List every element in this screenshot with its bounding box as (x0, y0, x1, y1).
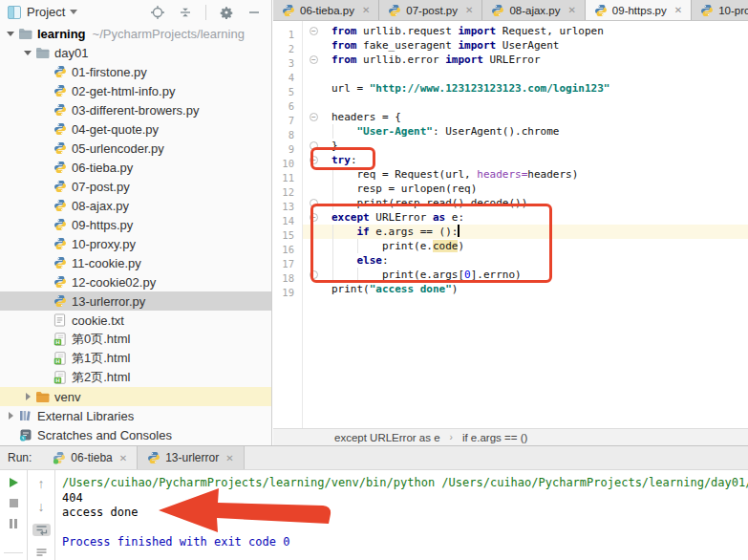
tree-item-label: External Libraries (37, 409, 134, 423)
soft-wrap-icon[interactable] (32, 524, 51, 536)
python-icon (52, 237, 68, 250)
tree-item-day01[interactable]: day01 (0, 43, 271, 62)
chevron-right-icon[interactable] (21, 393, 34, 400)
tree-item-label: 03-different-browers.py (72, 103, 199, 118)
tree-item-09-https.py[interactable]: 09-https.py (0, 215, 271, 234)
annotation-box-2 (310, 204, 552, 283)
editor-tab-06-tieba.py[interactable]: 06-tieba.py✕ (273, 0, 379, 20)
python-icon (52, 84, 68, 97)
chevron-down-icon[interactable] (21, 51, 34, 55)
tree-item-04-get-quote.py[interactable]: 04-get-quote.py (0, 119, 271, 139)
run-panel-header: Run: 06-tieba✕13-urlerror✕ (0, 446, 748, 470)
editor-tab-10-pro[interactable]: 10-pro✕ (692, 0, 748, 20)
tree-item-07-post.py[interactable]: 07-post.py (0, 177, 271, 196)
breadcrumb-item[interactable]: if e.args == () (462, 432, 527, 443)
close-tab-icon[interactable]: ✕ (674, 6, 682, 15)
rerun-button[interactable] (10, 478, 18, 487)
python-file-icon (282, 4, 295, 17)
close-tab-icon[interactable]: ✕ (225, 453, 233, 463)
editor-tab-label: 06-tieba.py (300, 5, 354, 16)
close-tab-icon[interactable]: ✕ (465, 6, 473, 15)
editor-tab-label: 09-https.py (612, 5, 667, 16)
code-line-19: 19print("access done") (273, 282, 748, 296)
tree-item-label: venv (54, 390, 80, 404)
tree-item-12-cookie02.py[interactable]: 12-cookie02.py (0, 272, 271, 291)
code-line-12: 12 resp = urlopen(req) (273, 182, 748, 196)
editor-tab-07-post.py[interactable]: 07-post.py✕ (379, 0, 482, 20)
project-panel-title[interactable]: Project (27, 5, 65, 19)
tree-item-13-urlerror.py[interactable]: 13-urlerror.py (0, 291, 271, 311)
close-tab-icon[interactable]: ✕ (567, 6, 575, 15)
tree-item-venv[interactable]: venv (0, 387, 271, 406)
python-icon (52, 199, 68, 212)
run-tool-window: Run: 06-tieba✕13-urlerror✕ ↑ ↓ (0, 445, 748, 560)
python-icon (147, 451, 160, 464)
chevron-down-icon[interactable] (4, 32, 17, 36)
tree-item--1-.html[interactable]: H第1页.html (0, 349, 271, 368)
stop-button[interactable] (10, 499, 18, 507)
close-tab-icon[interactable]: ✕ (362, 6, 370, 15)
tree-item-10-proxy.py[interactable]: 10-proxy.py (0, 234, 271, 253)
editor-tab-09-https.py[interactable]: 09-https.py✕ (586, 0, 692, 20)
code-line-6: 6 (273, 96, 748, 110)
folder-icon (17, 28, 33, 40)
run-tab-06-tieba[interactable]: 06-tieba✕ (43, 446, 137, 469)
console-line: Process finished with exit code 0 (62, 535, 748, 550)
text-icon (52, 313, 68, 327)
collapse-all-icon[interactable] (178, 5, 193, 20)
html-icon: H (52, 371, 68, 384)
run-console-output[interactable]: /Users/cuihao/PycharmProjects/learning/v… (55, 470, 748, 560)
down-stack-trace-icon[interactable]: ↓ (38, 501, 45, 512)
fold-marker[interactable]: − (310, 27, 318, 35)
code-line-3: 3−from urllib.error import URLError (273, 53, 748, 67)
hide-panel-icon[interactable] (246, 5, 262, 20)
breadcrumb-item[interactable]: except URLError as e (334, 432, 440, 443)
console-line: 404 (62, 491, 748, 506)
tree-item-label: 13-urlerror.py (72, 294, 145, 309)
editor-tab-08-ajax.py[interactable]: 08-ajax.py✕ (482, 0, 585, 20)
tree-item-External-Libraries[interactable]: External Libraries (0, 406, 271, 425)
fold-marker[interactable]: − (310, 55, 318, 64)
locate-icon[interactable] (150, 5, 165, 20)
pause-button[interactable] (10, 519, 17, 528)
tree-item-02-get-html-info.py[interactable]: 02-get-html-info.py (0, 81, 271, 100)
chevron-right-icon[interactable] (4, 412, 17, 420)
tree-item-learning[interactable]: learning~/PycharmProjects/learning (0, 24, 271, 43)
tree-item-06-tieba.py[interactable]: 06-tieba.py (0, 158, 271, 177)
tree-item-Scratches-and-Consoles[interactable]: Scratches and Consoles (0, 425, 271, 444)
up-stack-trace-icon[interactable]: ↑ (38, 478, 45, 489)
editor-tab-label: 10-pro (718, 5, 748, 16)
tree-item-label: 07-post.py (72, 180, 130, 194)
project-tool-window: Project (0, 0, 272, 445)
tree-item-08-ajax.py[interactable]: 08-ajax.py (0, 196, 271, 215)
tree-item-03-different-browers.py[interactable]: 03-different-browers.py (0, 100, 271, 119)
tree-item-cookie.txt[interactable]: cookie.txt (0, 311, 271, 330)
python-run-icon (53, 451, 66, 464)
project-panel-header: Project (0, 0, 271, 24)
tree-item-label: 10-proxy.py (72, 237, 136, 251)
tree-item-label: day01 (54, 46, 88, 60)
editor-tab-label: 07-post.py (406, 5, 458, 16)
scroll-to-end-icon[interactable] (32, 548, 51, 560)
line-number: 19 (273, 286, 294, 300)
python-icon (52, 65, 68, 78)
svg-text:H: H (55, 358, 59, 364)
breadcrumb-separator: › (450, 432, 453, 442)
tree-item-05-urlencoder.py[interactable]: 05-urlencoder.py (0, 139, 271, 158)
editor-tab-label: 08-ajax.py (509, 5, 560, 16)
tree-item-11-cookie.py[interactable]: 11-cookie.py (0, 253, 271, 272)
project-dropdown-chevron-icon[interactable] (70, 10, 77, 14)
fold-marker[interactable]: − (310, 113, 318, 121)
header-divider (205, 5, 206, 20)
python-file-icon (388, 4, 401, 17)
tree-item--2-.html[interactable]: H第2页.html (0, 368, 271, 387)
tree-item--0-.html[interactable]: H第0页.html (0, 330, 271, 349)
project-tree: learning~/PycharmProjects/learningday010… (0, 24, 271, 444)
tree-item-label: 11-cookie.py (72, 256, 141, 270)
tree-item-label: 01-firstone.py (72, 65, 147, 79)
close-tab-icon[interactable]: ✕ (119, 453, 127, 463)
tree-item-label: 第2页.html (72, 369, 130, 386)
settings-gear-icon[interactable] (219, 5, 234, 20)
run-tab-13-urlerror[interactable]: 13-urlerror✕ (137, 446, 244, 469)
tree-item-01-firstone.py[interactable]: 01-firstone.py (0, 62, 271, 81)
